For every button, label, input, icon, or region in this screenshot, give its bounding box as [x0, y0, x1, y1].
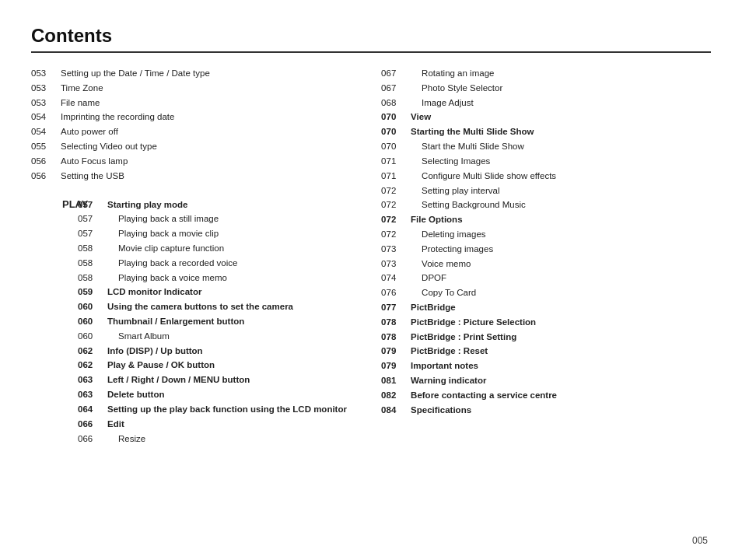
entry-text: Important notes — [411, 359, 478, 373]
list-item: 070 View — [381, 110, 711, 124]
page-number: 077 — [381, 301, 411, 315]
entry-text: Setting the USB — [61, 170, 124, 184]
entry-text: Thumbnail / Enlargement button — [107, 315, 244, 329]
page-number: 058 — [78, 257, 107, 271]
page-number: 060 — [78, 330, 107, 344]
entry-text: Playing back a recorded voice — [107, 257, 237, 271]
list-item: 056 Auto Focus lamp — [31, 155, 358, 169]
list-item: 070 Starting the Multi Slide Show — [381, 125, 711, 139]
list-item: 066 Edit — [78, 418, 358, 432]
list-item: 078 PictBridge : Print Setting — [381, 331, 711, 345]
list-item: 058 Playing back a voice memo — [78, 271, 358, 285]
play-section-wrapper: PLAY 057 Starting play mode 057 Playing … — [31, 198, 358, 447]
page-number: 070 — [381, 125, 411, 139]
page-number: 072 — [381, 198, 411, 212]
entry-text: Time Zone — [61, 82, 103, 96]
page-number: 071 — [381, 170, 411, 184]
list-item: 072 Deleting images — [381, 228, 711, 242]
list-item: 084 Specifications — [381, 404, 711, 418]
entry-text: Using the camera buttons to set the came… — [107, 300, 293, 314]
entry-text: Setting up the play back function using … — [107, 403, 347, 417]
list-item: 073 Voice memo — [381, 257, 711, 271]
page-number: 078 — [381, 331, 411, 345]
page-number: 074 — [381, 271, 411, 285]
list-item: 057 Playing back a still image — [78, 212, 358, 226]
list-item: 058 Playing back a recorded voice — [78, 257, 358, 271]
list-item: 081 Warning indicator — [381, 374, 711, 388]
list-item: 060 Smart Album — [78, 330, 358, 344]
entry-text: Copy To Card — [411, 286, 476, 300]
entry-text: Deleting images — [411, 228, 485, 242]
entry-text: Voice memo — [411, 257, 471, 271]
entry-text: Playing back a voice memo — [107, 271, 227, 285]
page-number: 067 — [381, 82, 411, 96]
list-item: 059 LCD monitor Indicator — [78, 285, 358, 299]
entry-text: LCD monitor Indicator — [107, 285, 201, 299]
entry-text: File name — [61, 96, 100, 110]
entry-text: Play & Pause / OK button — [107, 359, 215, 373]
page-number: 081 — [381, 374, 411, 388]
entry-text: Edit — [107, 418, 124, 432]
page-number: 078 — [381, 316, 411, 330]
page-number: 054 — [31, 110, 61, 124]
page-number: 053 — [31, 82, 61, 96]
page-number: 053 — [31, 67, 61, 81]
page-number: 055 — [31, 140, 61, 154]
footer-page-number: 005 — [692, 535, 708, 546]
list-item: 057 Playing back a movie clip — [78, 227, 358, 241]
entry-text: Delete button — [107, 388, 164, 402]
entry-text: Movie clip capture function — [107, 242, 224, 256]
entry-text: Photo Style Selector — [411, 82, 502, 96]
entry-text: PictBridge — [411, 301, 456, 315]
list-item: 079 Important notes — [381, 359, 711, 373]
page-number: 073 — [381, 243, 411, 257]
entry-text: Selecting Video out type — [61, 140, 157, 154]
entry-text: Auto Focus lamp — [61, 155, 128, 169]
list-item: 072 Setting play interval — [381, 184, 711, 198]
entry-text: PictBridge : Reset — [411, 345, 488, 359]
page-number: 068 — [381, 96, 411, 110]
page-number: 063 — [78, 373, 107, 387]
list-item: 078 PictBridge : Picture Selection — [381, 316, 711, 330]
entry-text: Left / Right / Down / MENU button — [107, 373, 250, 387]
entry-text: Playing back a movie clip — [107, 227, 219, 241]
entry-text: Smart Album — [107, 330, 170, 344]
entry-text: Setting play interval — [411, 184, 499, 198]
page-number: 058 — [78, 242, 107, 256]
entry-text: View — [411, 110, 431, 124]
list-item: 054 Auto power off — [31, 125, 358, 139]
list-item: 071 Selecting Images — [381, 155, 711, 169]
page-number: 072 — [381, 228, 411, 242]
list-item: 060 Thumbnail / Enlargement button — [78, 315, 358, 329]
entry-text: Configure Multi Slide show effects — [411, 170, 556, 184]
page-title: Contents — [31, 25, 711, 47]
page-number: 064 — [78, 403, 107, 417]
list-item: 053 Time Zone — [31, 82, 358, 96]
header: Contents — [31, 25, 711, 53]
left-column: 053 Setting up the Date / Time / Date ty… — [31, 67, 373, 446]
page-number: 079 — [381, 359, 411, 373]
right-column: 067 Rotating an image 067 Photo Style Se… — [373, 67, 711, 446]
list-item: 060 Using the camera buttons to set the … — [78, 300, 358, 314]
page-number: 076 — [381, 286, 411, 300]
entry-text: PictBridge : Print Setting — [411, 331, 516, 345]
page-number: 071 — [381, 155, 411, 169]
list-item: 056 Setting the USB — [31, 170, 358, 184]
entry-text: DPOF — [411, 271, 446, 285]
list-item: 072 File Options — [381, 213, 711, 227]
page-number: 070 — [381, 110, 411, 124]
entry-text: Rotating an image — [411, 67, 494, 81]
page-number: 060 — [78, 315, 107, 329]
page-number: 057 — [78, 212, 107, 226]
list-item: 058 Movie clip capture function — [78, 242, 358, 256]
entry-text: Info (DISP) / Up button — [107, 345, 203, 359]
play-row: PLAY 057 Starting play mode 057 Playing … — [31, 198, 358, 447]
list-item: 063 Left / Right / Down / MENU button — [78, 373, 358, 387]
list-item: 055 Selecting Video out type — [31, 140, 358, 154]
page: Contents 053 Setting up the Date / Time … — [0, 0, 742, 560]
page-number: 057 — [78, 227, 107, 241]
page-number: 059 — [78, 285, 107, 299]
list-item: 063 Delete button — [78, 388, 358, 402]
entry-text: Starting play mode — [107, 198, 188, 212]
entry-text: Start the Multi Slide Show — [411, 140, 524, 154]
